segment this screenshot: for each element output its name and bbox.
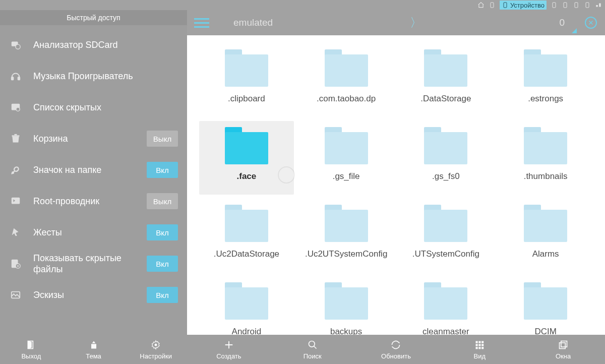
toggle-button[interactable]: Вкл bbox=[147, 162, 178, 178]
close-icon[interactable] bbox=[585, 17, 597, 29]
folder-item[interactable]: Alarms bbox=[498, 199, 593, 272]
sidebar-item-label: Значок на папке bbox=[33, 164, 135, 176]
sidebar-item-label: Корзина bbox=[33, 133, 135, 145]
folder-icon bbox=[325, 282, 368, 320]
toolbar-button-label: Поиск bbox=[304, 352, 322, 360]
folder-icon bbox=[424, 49, 467, 87]
sidebar-item-icon bbox=[10, 196, 21, 207]
folder-label: .clipboard bbox=[228, 94, 265, 104]
home-icon[interactable] bbox=[477, 2, 485, 9]
folder-item[interactable]: .gs_file bbox=[299, 121, 394, 195]
sidebar-item-icon bbox=[10, 133, 21, 144]
svg-rect-9 bbox=[18, 77, 20, 80]
svg-rect-5 bbox=[586, 3, 589, 8]
sidebar-item[interactable]: ЖестыВкл bbox=[0, 217, 187, 248]
device-tab[interactable]: Устройство bbox=[500, 1, 547, 10]
toggle-button[interactable]: Вкл bbox=[147, 256, 178, 272]
path-segment[interactable]: emulated bbox=[233, 17, 273, 28]
svg-rect-4 bbox=[575, 3, 578, 8]
folder-item[interactable]: .DataStorage bbox=[399, 43, 494, 117]
svg-point-21 bbox=[309, 341, 315, 347]
folder-item[interactable]: .face bbox=[199, 121, 294, 195]
sidebar-item[interactable]: ЭскизыВкл bbox=[0, 279, 187, 311]
toolbar-button-label: Настройки bbox=[140, 352, 172, 360]
sidebar-item[interactable]: Показывать скрытые файлыВкл bbox=[0, 248, 187, 279]
folder-label: .gs_file bbox=[333, 171, 360, 181]
folder-item[interactable]: .UTSystemConfig bbox=[399, 199, 494, 272]
sidebar-item[interactable]: Значок на папкеВкл bbox=[0, 154, 187, 186]
настройки-icon bbox=[150, 339, 161, 350]
folder-item[interactable]: .Uc2UTSystemConfig bbox=[299, 199, 394, 272]
toolbar-button[interactable]: Окна bbox=[521, 335, 605, 364]
toolbar-button[interactable]: Тема bbox=[63, 335, 125, 364]
sidebar-item[interactable]: КорзинаВыкл bbox=[0, 123, 187, 154]
network-icon[interactable] bbox=[595, 2, 602, 9]
sidebar-item-label: Эскизы bbox=[33, 289, 135, 301]
folder-icon bbox=[424, 282, 467, 320]
device-icon[interactable] bbox=[562, 2, 569, 9]
dropdown-indicator-icon[interactable] bbox=[572, 28, 577, 33]
toolbar-button-label: Тема bbox=[86, 352, 101, 360]
folder-grid: .clipboard.com.taobao.dp.DataStorage.est… bbox=[199, 43, 593, 335]
toolbar-button[interactable]: Создать bbox=[187, 335, 271, 364]
sidebar-item[interactable]: Музыка Проигрыватель bbox=[0, 60, 187, 92]
folder-item[interactable]: .estrongs bbox=[498, 43, 593, 117]
folder-icon bbox=[524, 127, 567, 164]
sidebar-item[interactable]: Список скрытых bbox=[0, 92, 187, 123]
bottom-toolbar: ВыходТемаНастройки СоздатьПоискОбновитьВ… bbox=[0, 335, 605, 364]
toolbar-button[interactable]: Настройки bbox=[125, 335, 187, 364]
folder-label: .estrongs bbox=[528, 94, 563, 104]
folder-icon bbox=[325, 49, 368, 87]
создать-icon bbox=[223, 339, 234, 350]
chevron-right-icon: 〉 bbox=[410, 15, 422, 31]
вид-icon bbox=[474, 339, 485, 350]
svg-rect-13 bbox=[15, 134, 17, 136]
folder-item[interactable]: .com.taobao.dp bbox=[299, 43, 394, 117]
toolbar-button[interactable]: Выход bbox=[0, 335, 63, 364]
sidebar-item-icon bbox=[10, 227, 21, 238]
svg-rect-0 bbox=[491, 3, 494, 8]
toggle-button[interactable]: Вкл bbox=[147, 287, 178, 303]
svg-rect-27 bbox=[481, 344, 483, 346]
folder-item[interactable]: .clipboard bbox=[199, 43, 294, 117]
quick-access-sidebar: Быстрый доступ Анализатор SDCardМузыка П… bbox=[0, 10, 187, 335]
svg-rect-24 bbox=[481, 341, 483, 343]
device-icon[interactable] bbox=[573, 2, 580, 9]
toolbar-button-label: Окна bbox=[556, 352, 571, 360]
sidebar-item[interactable]: Анализатор SDCard bbox=[0, 29, 187, 60]
folder-item[interactable]: DCIM bbox=[498, 276, 593, 335]
toolbar-button-label: Выход bbox=[21, 352, 41, 360]
path-segment[interactable]: 0 bbox=[559, 17, 565, 28]
toolbar-button[interactable]: Вид bbox=[438, 335, 521, 364]
device-icon[interactable] bbox=[584, 2, 591, 9]
sidebar-item-label: Список скрытых bbox=[33, 102, 178, 113]
sidebar-item-icon bbox=[10, 39, 21, 50]
folder-label: .DataStorage bbox=[420, 94, 471, 104]
toggle-button[interactable]: Вкл bbox=[147, 224, 178, 240]
sidebar-item-icon bbox=[10, 71, 21, 82]
folder-item[interactable]: cleanmaster bbox=[399, 276, 494, 335]
sidebar-item[interactable]: Root-проводникВыкл bbox=[0, 186, 187, 217]
device-icon[interactable] bbox=[551, 2, 558, 9]
toggle-button[interactable]: Выкл bbox=[147, 131, 178, 147]
folder-item[interactable]: .Uc2DataStorage bbox=[199, 199, 294, 272]
svg-rect-25 bbox=[476, 344, 478, 346]
sidebar-item-label: Музыка Проигрыватель bbox=[33, 71, 178, 82]
folder-icon bbox=[524, 205, 567, 242]
folder-item[interactable]: .gs_fs0 bbox=[399, 121, 494, 195]
folder-icon bbox=[325, 127, 368, 164]
toggle-button[interactable]: Выкл bbox=[147, 193, 178, 209]
menu-icon[interactable] bbox=[194, 15, 209, 30]
выход-icon bbox=[26, 339, 37, 350]
device-icon[interactable] bbox=[489, 2, 496, 9]
toolbar-button[interactable]: Обновить bbox=[354, 335, 438, 364]
toolbar-button[interactable]: Поиск bbox=[271, 335, 354, 364]
touch-indicator-icon bbox=[278, 166, 295, 184]
folder-item[interactable]: Android bbox=[199, 276, 294, 335]
folder-item[interactable]: backups bbox=[299, 276, 394, 335]
folder-item[interactable]: .thumbnails bbox=[498, 121, 593, 195]
folder-label: .thumbnails bbox=[524, 171, 568, 181]
folder-label: .face bbox=[237, 171, 257, 181]
folder-label: .UTSystemConfig bbox=[412, 249, 479, 259]
sidebar-item-label: Анализатор SDCard bbox=[33, 39, 178, 51]
